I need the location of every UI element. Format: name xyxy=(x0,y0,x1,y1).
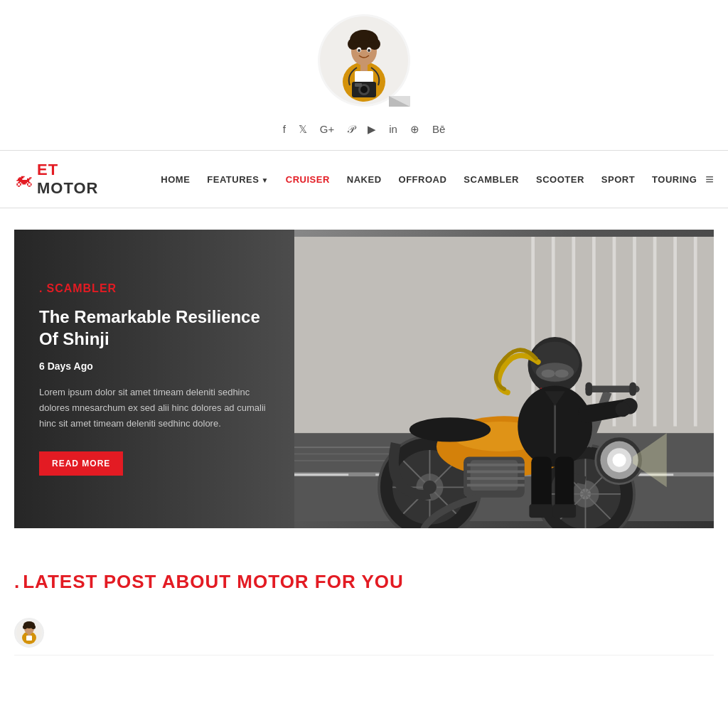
hero-excerpt: Lorem ipsum dolor sit amet timeam deleni… xyxy=(39,385,269,432)
svg-rect-66 xyxy=(585,382,592,396)
svg-rect-27 xyxy=(612,237,616,427)
svg-rect-18 xyxy=(355,83,362,87)
nav-item-sport[interactable]: SPORT xyxy=(593,173,643,186)
svg-rect-34 xyxy=(294,473,348,476)
nav-item-naked[interactable]: NAKED xyxy=(338,173,390,186)
hero-image-panel xyxy=(294,230,714,528)
nav-item-features[interactable]: FEATURES▼ xyxy=(198,173,277,186)
svg-point-81 xyxy=(541,370,555,378)
avatar-background xyxy=(318,14,410,107)
category-dot: . xyxy=(39,282,43,294)
read-more-button[interactable]: READ MORE xyxy=(39,451,123,476)
hero-banner: .SCAMBLER The Remarkable Resilience Of S… xyxy=(14,230,714,528)
dropdown-arrow-icon: ▼ xyxy=(261,176,268,184)
globe-icon[interactable]: ⊕ xyxy=(410,123,419,136)
svg-point-10 xyxy=(358,30,370,41)
social-icons-bar: f 𝕏 G+ 𝒫 ▶ in ⊕ Bē xyxy=(283,117,446,150)
twitter-icon[interactable]: 𝕏 xyxy=(299,123,307,136)
post-list-item xyxy=(14,611,714,655)
svg-point-98 xyxy=(23,625,27,629)
svg-point-61 xyxy=(612,454,626,467)
svg-point-82 xyxy=(555,370,568,378)
svg-rect-67 xyxy=(629,382,636,396)
nav-item-cruiser[interactable]: CRUISER xyxy=(277,173,338,186)
googleplus-icon[interactable]: G+ xyxy=(320,123,334,136)
linkedin-icon[interactable]: in xyxy=(389,123,397,136)
svg-point-14 xyxy=(368,49,370,52)
hero-illustration xyxy=(294,230,714,528)
hero-content-panel: .SCAMBLER The Remarkable Resilience Of S… xyxy=(14,230,294,528)
svg-rect-31 xyxy=(693,237,697,427)
svg-rect-91 xyxy=(552,504,575,518)
logo-motorcycle-icon: 🏍 xyxy=(14,168,33,191)
svg-point-13 xyxy=(358,49,360,52)
avatar-image xyxy=(318,14,410,107)
latest-posts-section: .LATEST POST ABOUT MOTOR FOR YOU xyxy=(0,550,728,670)
hero-title: The Remarkable Resilience Of Shinji xyxy=(39,306,269,350)
site-logo[interactable]: 🏍 ET MOTOR xyxy=(14,161,124,198)
svg-rect-94 xyxy=(26,636,32,641)
nav-item-scooter[interactable]: SCOOTER xyxy=(528,173,593,186)
svg-rect-74 xyxy=(466,471,524,473)
nav-item-home[interactable]: HOME xyxy=(152,173,198,186)
svg-rect-29 xyxy=(653,237,656,427)
svg-rect-28 xyxy=(633,237,636,427)
nav-item-touring[interactable]: TOURING xyxy=(643,173,705,186)
youtube-icon[interactable]: ▶ xyxy=(368,123,376,136)
post-author-avatar xyxy=(14,618,44,648)
hamburger-menu-icon[interactable]: ≡ xyxy=(705,171,714,188)
svg-rect-76 xyxy=(466,484,524,487)
facebook-icon[interactable]: f xyxy=(283,123,286,136)
nav-links-list: HOME FEATURES▼ CRUISER NAKED OFFROAD SCA… xyxy=(152,173,705,186)
pinterest-icon[interactable]: 𝒫 xyxy=(347,123,355,136)
svg-point-99 xyxy=(31,625,36,629)
section-dot: . xyxy=(14,571,20,592)
main-navigation: 🏍 ET MOTOR HOME FEATURES▼ CRUISER NAKED … xyxy=(0,150,728,208)
svg-rect-30 xyxy=(673,237,677,427)
profile-avatar-container xyxy=(314,14,414,114)
svg-point-80 xyxy=(536,363,574,382)
svg-rect-26 xyxy=(592,237,596,427)
logo-text: ET MOTOR xyxy=(37,161,124,198)
hero-category-label: .SCAMBLER xyxy=(39,282,269,295)
svg-rect-73 xyxy=(466,464,524,466)
author-avatar-image xyxy=(16,619,43,646)
svg-point-17 xyxy=(360,86,368,93)
svg-rect-90 xyxy=(529,504,552,518)
behance-icon[interactable]: Bē xyxy=(432,123,445,136)
svg-point-87 xyxy=(615,402,630,417)
nav-item-offroad[interactable]: OFFROAD xyxy=(390,173,456,186)
svg-point-70 xyxy=(409,417,490,441)
svg-rect-75 xyxy=(466,477,524,480)
svg-rect-89 xyxy=(555,457,574,511)
latest-posts-title: .LATEST POST ABOUT MOTOR FOR YOU xyxy=(14,571,714,593)
nav-item-scambler[interactable]: SCAMBLER xyxy=(455,173,528,186)
svg-rect-88 xyxy=(531,457,552,511)
hero-date: 6 Days Ago xyxy=(39,360,269,372)
